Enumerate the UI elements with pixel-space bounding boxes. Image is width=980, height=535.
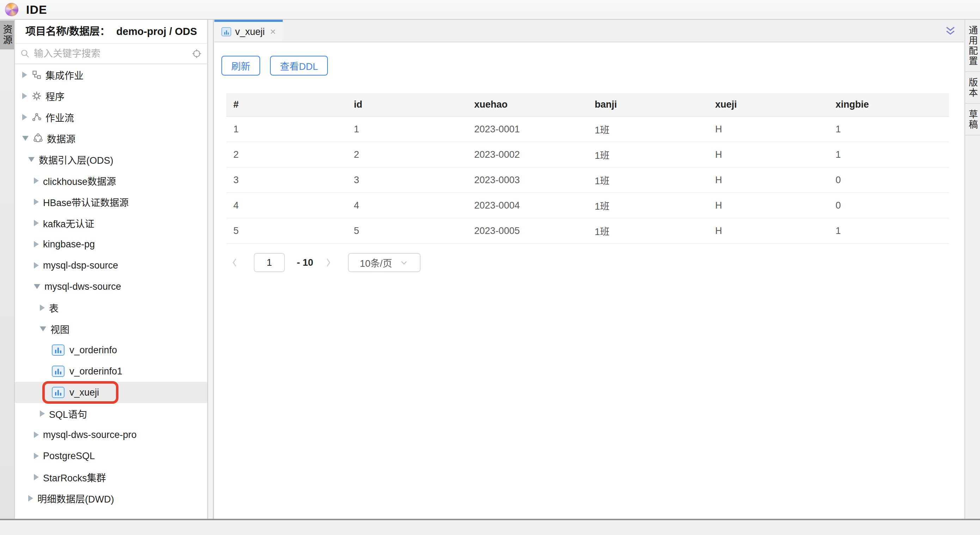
table-row: 552023-00051班H1 bbox=[226, 218, 949, 243]
table-cell: 2023-0001 bbox=[467, 117, 588, 142]
tree-item-views[interactable]: 视图 bbox=[15, 318, 207, 340]
tree-item-kafka-no-auth[interactable]: kafka无认证 bbox=[15, 212, 207, 234]
caret-right-icon[interactable] bbox=[40, 305, 45, 311]
tree-item-label: HBase带认证数据源 bbox=[43, 195, 129, 209]
caret-right-icon[interactable] bbox=[34, 199, 39, 205]
tree-item-view-v-xueji[interactable]: v_xueji bbox=[15, 382, 207, 403]
tree-item-data-sources[interactable]: 数据源 bbox=[15, 128, 207, 149]
tree-item-programs[interactable]: 程序 bbox=[15, 85, 207, 107]
caret-right-icon[interactable] bbox=[34, 220, 39, 226]
next-page-icon[interactable] bbox=[325, 257, 332, 268]
panel-tab-label: 草稿 bbox=[966, 109, 979, 130]
search-input[interactable] bbox=[34, 48, 188, 59]
table-body: 112023-00011班H1222023-00021班H1332023-000… bbox=[226, 117, 949, 243]
view-icon bbox=[221, 27, 231, 36]
main-area: v_xueji × 刷新 查看DDL #idxuehaobanjixuejixi… bbox=[214, 20, 964, 519]
search-icon bbox=[21, 49, 30, 58]
tree-item-label: kafka无认证 bbox=[43, 216, 94, 230]
pagination: - 10 10条/页 bbox=[231, 253, 964, 272]
table-cell: 4 bbox=[226, 193, 347, 218]
prev-page-icon[interactable] bbox=[231, 257, 238, 268]
refresh-button[interactable]: 刷新 bbox=[221, 56, 260, 75]
tree-item-mysql-dws-source-pro[interactable]: mysql-dws-source-pro bbox=[15, 424, 207, 446]
panel-tab-label: 通用配置 bbox=[966, 26, 979, 66]
table-cell: 1班 bbox=[588, 218, 708, 243]
caret-right-icon[interactable] bbox=[34, 474, 39, 480]
table-cell: 3 bbox=[226, 167, 347, 193]
table-cell: 3 bbox=[347, 167, 468, 193]
caret-right-icon[interactable] bbox=[34, 177, 39, 184]
tree-item-ods-layer[interactable]: 数据引入层(ODS) bbox=[15, 149, 207, 170]
panel-version[interactable]: 版本 bbox=[965, 72, 980, 104]
tree-item-postgresql[interactable]: PostgreSQL bbox=[15, 446, 207, 466]
window-bottom-edge bbox=[0, 519, 980, 520]
tree-item-label: 集成作业 bbox=[46, 68, 84, 82]
tree-item-tables[interactable]: 表 bbox=[15, 297, 207, 318]
toolbar: 刷新 查看DDL bbox=[221, 56, 964, 75]
tree-item-kingbase-pg[interactable]: kingbase-pg bbox=[15, 234, 207, 255]
table-cell: 2 bbox=[226, 142, 347, 167]
caret-right-icon[interactable] bbox=[40, 410, 45, 417]
resource-tree: 集成作业 程序 作业流 数据源数据引入层(ODS)clickhouse数据源HB… bbox=[15, 64, 207, 519]
tree-item-workflows[interactable]: 作业流 bbox=[15, 107, 207, 128]
tree-item-sql-statements[interactable]: SQL语句 bbox=[15, 403, 207, 424]
caret-right-icon[interactable] bbox=[34, 241, 39, 248]
caret-right-icon[interactable] bbox=[28, 495, 33, 501]
locate-icon[interactable] bbox=[192, 49, 202, 59]
caret-right-icon[interactable] bbox=[34, 453, 39, 459]
caret-down-icon[interactable] bbox=[22, 136, 29, 141]
page-number-input[interactable] bbox=[254, 253, 285, 272]
view-ddl-button[interactable]: 查看DDL bbox=[270, 56, 328, 75]
panel-resizer[interactable] bbox=[209, 20, 214, 519]
tab-v-xueji[interactable]: v_xueji × bbox=[214, 20, 283, 42]
tree-item-mysql-dsp-source[interactable]: mysql-dsp-source bbox=[15, 255, 207, 276]
view-icon bbox=[52, 366, 65, 377]
tab-bar: v_xueji × bbox=[214, 20, 964, 42]
tree-item-label: 视图 bbox=[51, 322, 70, 336]
table-cell: 1 bbox=[347, 117, 468, 142]
table-row: 442023-00041班H0 bbox=[226, 193, 949, 218]
caret-right-icon[interactable] bbox=[22, 93, 27, 99]
table-cell: 1班 bbox=[588, 167, 708, 193]
panel-draft[interactable]: 草稿 bbox=[965, 104, 980, 136]
search-bar bbox=[15, 44, 207, 64]
page-size-select[interactable]: 10条/页 bbox=[348, 253, 420, 272]
workflow-icon bbox=[31, 112, 42, 123]
caret-down-icon[interactable] bbox=[34, 284, 40, 289]
table-cell: 2023-0004 bbox=[467, 193, 588, 218]
app-title: IDE bbox=[26, 3, 47, 17]
page-range-label: - 10 bbox=[297, 257, 313, 268]
table-row: 112023-00011班H1 bbox=[226, 117, 949, 142]
collapse-double-chevron-icon[interactable] bbox=[945, 26, 956, 37]
table-cell: 1班 bbox=[588, 142, 708, 167]
integration-icon bbox=[31, 70, 42, 80]
right-panel-bar: 通用配置 版本 草稿 bbox=[964, 20, 980, 519]
tree-item-view-v-orderinfo1[interactable]: v_orderinfo1 bbox=[15, 361, 207, 382]
caret-right-icon[interactable] bbox=[34, 262, 39, 268]
caret-right-icon[interactable] bbox=[22, 72, 27, 78]
caret-right-icon[interactable] bbox=[22, 114, 27, 120]
table-row: 222023-00021班H1 bbox=[226, 142, 949, 167]
close-icon[interactable]: × bbox=[270, 27, 276, 37]
tree-item-label: v_xueji bbox=[70, 387, 99, 398]
table-cell: H bbox=[708, 142, 829, 167]
tree-item-dwd-layer[interactable]: 明细数据层(DWD) bbox=[15, 488, 207, 509]
caret-down-icon[interactable] bbox=[28, 157, 35, 162]
caret-down-icon[interactable] bbox=[40, 326, 46, 331]
tree-item-clickhouse-source[interactable]: clickhouse数据源 bbox=[15, 170, 207, 191]
tree-item-label: 数据源 bbox=[47, 132, 75, 145]
tree-item-integration-jobs[interactable]: 集成作业 bbox=[15, 64, 207, 85]
tree-item-mysql-dws-source[interactable]: mysql-dws-source bbox=[15, 276, 207, 297]
table-cell: 4 bbox=[347, 193, 468, 218]
table-cell: H bbox=[708, 117, 829, 142]
tree-item-view-v-orderinfo[interactable]: v_orderinfo bbox=[15, 340, 207, 361]
tree-item-hbase-auth-source[interactable]: HBase带认证数据源 bbox=[15, 191, 207, 212]
table-cell: 2023-0005 bbox=[467, 218, 588, 243]
data-preview-table: #idxuehaobanjixuejixingbie 112023-00011班… bbox=[226, 93, 949, 244]
tab-label: v_xueji bbox=[235, 27, 265, 37]
activity-tab-resources[interactable]: 资源 bbox=[0, 21, 14, 50]
panel-general-config[interactable]: 通用配置 bbox=[965, 20, 980, 72]
tree-item-starrocks-cluster[interactable]: StarRocks集群 bbox=[15, 466, 207, 488]
caret-right-icon[interactable] bbox=[34, 431, 39, 438]
page-size-label: 10条/页 bbox=[360, 256, 392, 270]
